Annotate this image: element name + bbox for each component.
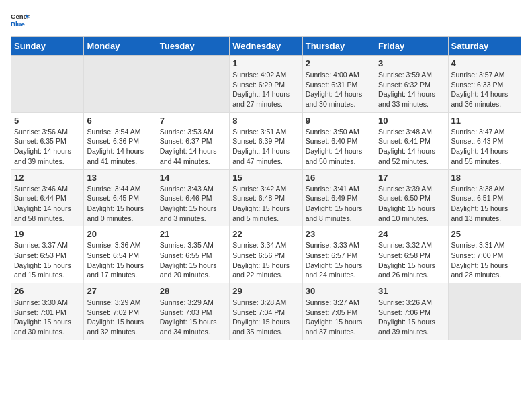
day-details: Sunrise: 3:39 AMSunset: 6:50 PMDaylight:… — [378, 184, 445, 224]
calendar-cell: 21Sunrise: 3:35 AMSunset: 6:55 PMDayligh… — [157, 226, 229, 283]
calendar-cell: 13Sunrise: 3:44 AMSunset: 6:45 PMDayligh… — [84, 169, 157, 226]
calendar-cell: 22Sunrise: 3:34 AMSunset: 6:56 PMDayligh… — [230, 226, 302, 283]
day-details: Sunrise: 3:46 AMSunset: 6:44 PMDaylight:… — [14, 184, 81, 224]
day-number: 29 — [232, 286, 299, 296]
calendar-cell: 19Sunrise: 3:37 AMSunset: 6:53 PMDayligh… — [11, 226, 84, 283]
day-number: 6 — [87, 116, 153, 126]
day-number: 5 — [14, 116, 81, 126]
day-details: Sunrise: 3:51 AMSunset: 6:39 PMDaylight:… — [232, 127, 299, 167]
calendar-cell: 23Sunrise: 3:33 AMSunset: 6:57 PMDayligh… — [302, 226, 375, 283]
day-number: 13 — [87, 173, 153, 183]
week-row-1: 1Sunrise: 4:02 AMSunset: 6:29 PMDaylight… — [11, 56, 521, 113]
day-header-monday: Monday — [84, 37, 157, 56]
day-header-tuesday: Tuesday — [157, 37, 229, 56]
day-number: 8 — [232, 116, 299, 126]
day-details: Sunrise: 3:29 AMSunset: 7:02 PMDaylight:… — [87, 298, 153, 337]
day-details: Sunrise: 3:59 AMSunset: 6:32 PMDaylight:… — [378, 70, 445, 109]
day-number: 24 — [378, 229, 445, 239]
day-number: 23 — [306, 229, 372, 239]
calendar-table: SundayMondayTuesdayWednesdayThursdayFrid… — [11, 36, 521, 340]
day-details: Sunrise: 3:34 AMSunset: 6:56 PMDaylight:… — [232, 240, 299, 280]
calendar-cell: 31Sunrise: 3:26 AMSunset: 7:06 PMDayligh… — [375, 283, 448, 340]
day-details: Sunrise: 4:00 AMSunset: 6:31 PMDaylight:… — [306, 70, 372, 109]
header-row: SundayMondayTuesdayWednesdayThursdayFrid… — [11, 37, 521, 56]
svg-text:Blue: Blue — [11, 20, 25, 28]
day-number: 26 — [14, 286, 81, 296]
day-details: Sunrise: 3:36 AMSunset: 6:54 PMDaylight:… — [87, 240, 153, 280]
day-details: Sunrise: 3:42 AMSunset: 6:48 PMDaylight:… — [232, 184, 299, 224]
day-details: Sunrise: 3:33 AMSunset: 6:57 PMDaylight:… — [306, 240, 372, 280]
day-number: 19 — [14, 229, 81, 239]
day-number: 2 — [306, 58, 372, 68]
calendar-cell — [11, 56, 84, 113]
calendar-cell: 1Sunrise: 4:02 AMSunset: 6:29 PMDaylight… — [230, 56, 302, 113]
day-number: 25 — [451, 229, 518, 239]
day-details: Sunrise: 3:31 AMSunset: 7:00 PMDaylight:… — [451, 240, 518, 280]
day-number: 18 — [451, 173, 518, 183]
week-row-4: 19Sunrise: 3:37 AMSunset: 6:53 PMDayligh… — [11, 226, 521, 283]
calendar-cell: 30Sunrise: 3:27 AMSunset: 7:05 PMDayligh… — [302, 283, 375, 340]
calendar-cell: 15Sunrise: 3:42 AMSunset: 6:48 PMDayligh… — [230, 169, 302, 226]
day-header-thursday: Thursday — [302, 37, 375, 56]
day-number: 9 — [306, 116, 372, 126]
header: General Blue — [11, 11, 521, 30]
week-row-2: 5Sunrise: 3:56 AMSunset: 6:35 PMDaylight… — [11, 112, 521, 169]
day-details: Sunrise: 3:43 AMSunset: 6:46 PMDaylight:… — [160, 184, 226, 224]
day-details: Sunrise: 3:53 AMSunset: 6:37 PMDaylight:… — [160, 127, 226, 167]
day-details: Sunrise: 3:32 AMSunset: 6:58 PMDaylight:… — [378, 240, 445, 280]
day-details: Sunrise: 3:41 AMSunset: 6:49 PMDaylight:… — [306, 184, 372, 224]
calendar-cell: 8Sunrise: 3:51 AMSunset: 6:39 PMDaylight… — [230, 112, 302, 169]
calendar-cell: 6Sunrise: 3:54 AMSunset: 6:36 PMDaylight… — [84, 112, 157, 169]
day-number: 16 — [306, 173, 372, 183]
calendar-cell: 7Sunrise: 3:53 AMSunset: 6:37 PMDaylight… — [157, 112, 229, 169]
day-number: 4 — [451, 58, 518, 68]
calendar-cell: 29Sunrise: 3:28 AMSunset: 7:04 PMDayligh… — [230, 283, 302, 340]
day-number: 31 — [378, 286, 445, 296]
day-number: 17 — [378, 173, 445, 183]
day-header-friday: Friday — [375, 37, 448, 56]
calendar-cell: 5Sunrise: 3:56 AMSunset: 6:35 PMDaylight… — [11, 112, 84, 169]
day-number: 20 — [87, 229, 153, 239]
day-number: 15 — [232, 173, 299, 183]
calendar-cell: 4Sunrise: 3:57 AMSunset: 6:33 PMDaylight… — [448, 56, 521, 113]
calendar-cell — [448, 283, 521, 340]
day-number: 30 — [306, 286, 372, 296]
week-row-3: 12Sunrise: 3:46 AMSunset: 6:44 PMDayligh… — [11, 169, 521, 226]
day-details: Sunrise: 3:35 AMSunset: 6:55 PMDaylight:… — [160, 240, 226, 280]
day-details: Sunrise: 3:54 AMSunset: 6:36 PMDaylight:… — [87, 127, 153, 167]
calendar-cell: 18Sunrise: 3:38 AMSunset: 6:51 PMDayligh… — [448, 169, 521, 226]
day-details: Sunrise: 4:02 AMSunset: 6:29 PMDaylight:… — [232, 70, 299, 109]
day-details: Sunrise: 3:50 AMSunset: 6:40 PMDaylight:… — [306, 127, 372, 167]
day-number: 11 — [451, 116, 518, 126]
day-details: Sunrise: 3:29 AMSunset: 7:03 PMDaylight:… — [160, 298, 226, 337]
logo: General Blue — [11, 11, 30, 30]
day-details: Sunrise: 3:48 AMSunset: 6:41 PMDaylight:… — [378, 127, 445, 167]
day-number: 7 — [160, 116, 226, 126]
calendar-cell: 28Sunrise: 3:29 AMSunset: 7:03 PMDayligh… — [157, 283, 229, 340]
calendar-cell: 11Sunrise: 3:47 AMSunset: 6:43 PMDayligh… — [448, 112, 521, 169]
day-details: Sunrise: 3:57 AMSunset: 6:33 PMDaylight:… — [451, 70, 518, 109]
day-number: 22 — [232, 229, 299, 239]
calendar-cell: 14Sunrise: 3:43 AMSunset: 6:46 PMDayligh… — [157, 169, 229, 226]
calendar-cell: 27Sunrise: 3:29 AMSunset: 7:02 PMDayligh… — [84, 283, 157, 340]
day-header-wednesday: Wednesday — [230, 37, 302, 56]
calendar-cell: 2Sunrise: 4:00 AMSunset: 6:31 PMDaylight… — [302, 56, 375, 113]
calendar-cell: 10Sunrise: 3:48 AMSunset: 6:41 PMDayligh… — [375, 112, 448, 169]
day-details: Sunrise: 3:30 AMSunset: 7:01 PMDaylight:… — [14, 298, 81, 337]
day-details: Sunrise: 3:47 AMSunset: 6:43 PMDaylight:… — [451, 127, 518, 167]
calendar-cell: 26Sunrise: 3:30 AMSunset: 7:01 PMDayligh… — [11, 283, 84, 340]
day-number: 14 — [160, 173, 226, 183]
day-details: Sunrise: 3:28 AMSunset: 7:04 PMDaylight:… — [232, 298, 299, 337]
day-number: 21 — [160, 229, 226, 239]
calendar-cell: 9Sunrise: 3:50 AMSunset: 6:40 PMDaylight… — [302, 112, 375, 169]
day-details: Sunrise: 3:26 AMSunset: 7:06 PMDaylight:… — [378, 298, 445, 337]
day-details: Sunrise: 3:37 AMSunset: 6:53 PMDaylight:… — [14, 240, 81, 280]
calendar-cell: 17Sunrise: 3:39 AMSunset: 6:50 PMDayligh… — [375, 169, 448, 226]
calendar-cell: 24Sunrise: 3:32 AMSunset: 6:58 PMDayligh… — [375, 226, 448, 283]
day-number: 10 — [378, 116, 445, 126]
calendar-cell — [157, 56, 229, 113]
day-number: 12 — [14, 173, 81, 183]
day-details: Sunrise: 3:38 AMSunset: 6:51 PMDaylight:… — [451, 184, 518, 224]
calendar-cell: 12Sunrise: 3:46 AMSunset: 6:44 PMDayligh… — [11, 169, 84, 226]
week-row-5: 26Sunrise: 3:30 AMSunset: 7:01 PMDayligh… — [11, 283, 521, 340]
